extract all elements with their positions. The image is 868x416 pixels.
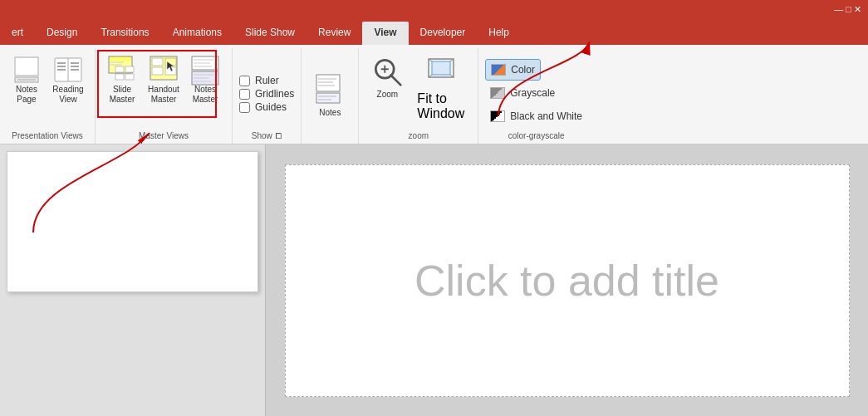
master-views-label: Master Views [139, 130, 189, 144]
color-label: Color [511, 64, 535, 76]
handout-master-icon [149, 55, 179, 85]
fit-window-icon [424, 55, 458, 91]
grayscale-label: Grayscale [510, 87, 555, 99]
tab-help[interactable]: Help [477, 22, 521, 45]
slide-thumbnail[interactable] [7, 151, 258, 292]
notes-icon [313, 73, 346, 106]
tab-ert[interactable]: ert [0, 22, 35, 45]
notes-page-icon [12, 55, 42, 85]
notes-page-button[interactable]: NotesPage [7, 51, 47, 108]
tab-view[interactable]: View [362, 22, 408, 45]
handout-master-label: HandoutMaster [148, 85, 179, 105]
tab-developer[interactable]: Developer [409, 22, 478, 45]
notes-button[interactable]: Notes [308, 70, 351, 121]
show-label: Show ⧠ [252, 130, 282, 144]
svg-rect-22 [152, 67, 163, 75]
notes-master-label: NotesMaster [193, 85, 218, 105]
pres-views-items: NotesPage [7, 50, 88, 130]
slide-panel [0, 144, 266, 416]
zoom-button[interactable]: Zoom [365, 51, 409, 103]
tab-slideshow[interactable]: Slide Show [233, 22, 306, 45]
svg-rect-17 [115, 74, 124, 80]
grayscale-swatch [490, 87, 505, 99]
main-area: Click to add title [0, 144, 868, 416]
slide-master-button[interactable]: SlideMaster [102, 51, 142, 108]
reading-view-label: ReadingView [52, 85, 83, 105]
slide-placeholder[interactable]: Click to add title [414, 256, 719, 306]
bw-label: Black and White [510, 110, 582, 122]
zoom-icon [370, 55, 404, 88]
tab-design[interactable]: Design [35, 22, 89, 45]
svg-line-41 [391, 76, 401, 86]
tab-review[interactable]: Review [306, 22, 362, 45]
tab-transitions[interactable]: Transitions [89, 22, 160, 45]
color-option[interactable]: Color [485, 59, 541, 81]
master-views-items: SlideMaster [102, 50, 225, 130]
slide-master-label: SlideMaster [110, 85, 135, 105]
notes-page-label: NotesPage [16, 85, 37, 105]
presentation-views-group: NotesPage [0, 48, 96, 144]
svg-rect-16 [125, 66, 134, 72]
svg-rect-33 [316, 75, 340, 91]
svg-rect-37 [316, 93, 340, 103]
svg-rect-18 [125, 74, 134, 80]
fit-window-label: Fit toWindow [417, 91, 464, 121]
ruler-label: Ruler [255, 75, 279, 86]
zoom-label: Zoom [377, 90, 399, 100]
slide-canvas[interactable]: Click to add title [285, 164, 850, 397]
bw-swatch [490, 110, 505, 122]
svg-rect-15 [115, 66, 124, 72]
notes-master-icon [190, 55, 220, 85]
reading-view-button[interactable]: ReadingView [48, 51, 88, 108]
ruler-checkbox[interactable] [239, 76, 250, 86]
handout-master-button[interactable]: HandoutMaster [144, 51, 184, 108]
svg-rect-12 [110, 57, 131, 61]
gridlines-checkbox-item[interactable]: Gridlines [239, 88, 294, 100]
svg-rect-20 [152, 58, 163, 66]
grayscale-option[interactable]: Grayscale [485, 82, 560, 104]
canvas-area: Click to add title [266, 144, 868, 416]
bw-option[interactable]: Black and White [485, 105, 587, 127]
notes-master-button[interactable]: NotesMaster [185, 51, 225, 108]
color-swatch [491, 64, 506, 76]
pres-views-label: Presentation Views [12, 130, 82, 144]
guides-checkbox-item[interactable]: Guides [239, 101, 287, 113]
notes-label: Notes [319, 108, 341, 118]
color-items: Color Grayscale Black and White [485, 50, 587, 130]
notes-group: Notes [302, 48, 359, 144]
svg-rect-0 [15, 57, 38, 76]
show-group: Ruler Gridlines Guides Show ⧠ [233, 48, 302, 144]
guides-label: Guides [255, 101, 287, 113]
reading-view-icon [53, 55, 83, 85]
window-controls[interactable]: — □ ✕ [834, 4, 861, 15]
tab-animations[interactable]: Animations [161, 22, 233, 45]
ribbon-tabs: ert Design Transitions Animations Slide … [0, 18, 868, 45]
ribbon: NotesPage [0, 45, 868, 144]
guides-checkbox[interactable] [239, 102, 250, 113]
gridlines-label: Gridlines [255, 88, 294, 100]
gridlines-checkbox[interactable] [239, 89, 250, 100]
svg-rect-45 [432, 61, 450, 75]
notes-items: Notes [308, 50, 351, 139]
zoom-group: Zoom Fit toWindow [359, 48, 478, 144]
fit-window-button[interactable]: Fit toWindow [410, 51, 471, 125]
title-bar: — □ ✕ [0, 0, 868, 18]
color-grayscale-group: Color Grayscale Black and White color-gr… [478, 48, 594, 144]
color-grayscale-label: color-grayscale [508, 130, 565, 144]
zoom-group-label: zoom [409, 130, 429, 144]
slide-master-icon [107, 55, 137, 85]
zoom-items: Zoom Fit toWindow [365, 50, 471, 130]
ruler-checkbox-item[interactable]: Ruler [239, 75, 279, 86]
master-views-group: SlideMaster [96, 48, 233, 144]
show-items: Ruler Gridlines Guides [239, 50, 294, 130]
